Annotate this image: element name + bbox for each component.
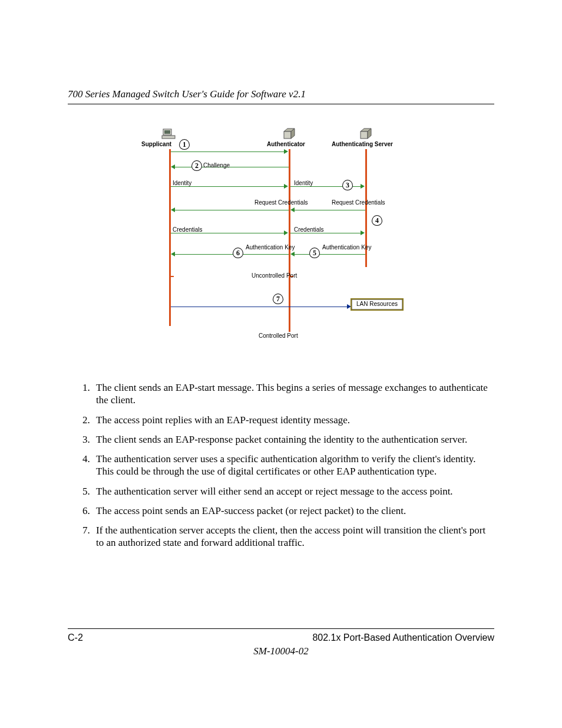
eap-sequence-diagram: Supplicant Authenticator Authenticating … [68,128,494,346]
page-number: C-2 [68,633,83,643]
supplicant-icon [161,128,176,140]
svg-rect-1 [164,130,170,134]
identity-right-label: Identity [294,180,313,187]
cred-right-label: Credentials [294,227,324,233]
server-label: Authenticating Server [332,141,393,147]
step-3-text: The client sends an EAP-response packet … [92,433,494,446]
authkey-left-label: Authentication Key [246,245,295,251]
lan-resources-box: LAN Resources [351,298,404,311]
document-id: SM-10004-02 [68,645,494,657]
uncontrolled-port-label: Uncontrolled Port [252,273,297,279]
step-marker-3: 3 [342,180,353,190]
step-marker-7: 7 [273,294,283,304]
step-marker-1: 1 [179,139,190,150]
supplicant-label: Supplicant [141,141,171,147]
step-1-text: The client sends an EAP-start message. T… [92,381,494,407]
step-6-text: The access point sends an EAP-success pa… [92,505,494,517]
step-2-text: The access point replies with an EAP-req… [92,414,494,426]
authenticator-lifeline [289,149,290,332]
step-marker-5: 5 [309,248,320,258]
step-marker-2: 2 [191,160,202,171]
arrow-reqcred-left [174,210,289,210]
controlled-port-label: Controlled Port [259,333,298,340]
header-rule [68,104,494,104]
arrow-authkey-left [174,254,289,255]
arrow-reqcred-right [294,210,365,210]
identity-left-label: Identity [173,180,191,187]
arrow-authkey-right [294,254,365,255]
step-marker-6: 6 [233,248,243,258]
supplicant-lifeline [169,149,171,326]
reqcred-left-label: Request Credentials [254,200,308,206]
section-title: 802.1x Port-Based Authentication Overvie… [312,633,494,643]
svg-rect-4 [284,131,291,139]
authkey-right-label: Authentication Key [322,245,371,251]
authenticator-icon [282,128,296,140]
authenticator-label: Authenticator [267,141,305,147]
step-7-text: If the authentication server accepts the… [92,524,494,549]
cred-left-label: Credentials [173,227,203,233]
svg-rect-7 [361,131,368,139]
running-header: 700 Series Managed Switch User's Guide f… [68,88,494,100]
eap-step-list: The client sends an EAP-start message. T… [68,381,494,549]
step-5-text: The authentication server will either se… [92,485,494,498]
server-icon [359,128,373,140]
challenge-label: Challenge [203,163,230,169]
step-marker-4: 4 [372,215,382,226]
arrow-start [171,151,285,152]
reqcred-right-label: Request Credentials [332,200,385,206]
page-footer: C-2 802.1x Port-Based Authentication Ove… [68,628,494,657]
step-4-text: The authentication server uses a specifi… [92,453,494,478]
svg-rect-2 [162,136,175,139]
arrow-controlled [171,307,348,307]
